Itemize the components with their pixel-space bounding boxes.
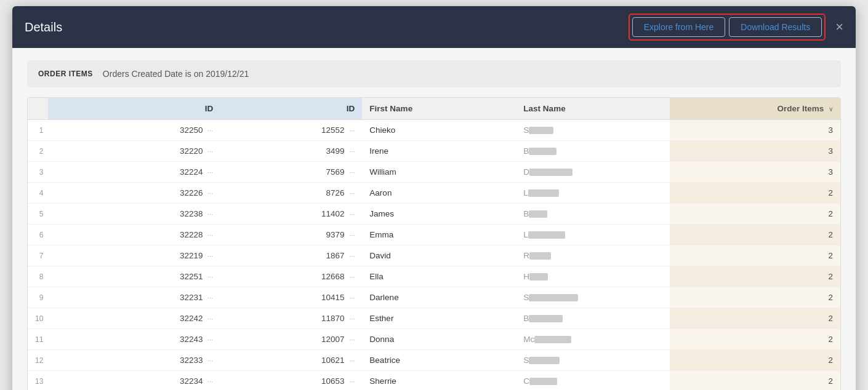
cell-id1: 32226 ··· — [48, 183, 220, 204]
cell-orderitems: 2 — [670, 371, 840, 391]
filter-value: Orders Created Date is on 2019/12/21 — [103, 69, 249, 79]
ellipsis-icon[interactable]: ··· — [349, 210, 355, 218]
cell-firstname: Esther — [362, 308, 516, 329]
blurred-lastname — [529, 127, 553, 134]
cell-firstname: Donna — [362, 329, 516, 350]
table-row: 632228 ···9379 ···EmmaL2 — [28, 225, 840, 245]
ellipsis-icon[interactable]: ··· — [207, 336, 213, 343]
blurred-lastname — [529, 357, 560, 364]
ellipsis-icon[interactable]: ··· — [207, 127, 213, 134]
cell-id2: 12552 ··· — [220, 120, 362, 141]
cell-firstname: Beatrice — [362, 350, 516, 371]
cell-id2: 3499 ··· — [220, 141, 362, 162]
table-row: 1332234 ···10653 ···SherrieC2 — [28, 371, 840, 391]
ellipsis-icon[interactable]: ··· — [207, 169, 213, 176]
ellipsis-icon[interactable]: ··· — [207, 378, 213, 385]
cell-id1: 32220 ··· — [48, 141, 220, 162]
cell-id1: 32238 ··· — [48, 204, 220, 225]
blurred-lastname — [529, 148, 557, 155]
col-header-firstname: First Name — [362, 98, 516, 120]
ellipsis-icon[interactable]: ··· — [207, 315, 213, 322]
cell-id2: 1867 ··· — [220, 245, 362, 266]
table-header-row: ID ID First Name Last Name Order Items ∨ — [28, 98, 840, 120]
cell-firstname: Emma — [362, 225, 516, 245]
ellipsis-icon[interactable]: ··· — [349, 378, 355, 385]
ellipsis-icon[interactable]: ··· — [349, 273, 355, 281]
row-number: 11 — [28, 329, 48, 350]
cell-orderitems: 2 — [670, 287, 840, 308]
row-number: 7 — [28, 245, 48, 266]
close-button[interactable]: × — [835, 20, 843, 34]
ellipsis-icon[interactable]: ··· — [207, 357, 213, 364]
cell-lastname: B — [516, 141, 670, 162]
cell-orderitems: 2 — [670, 329, 840, 350]
ellipsis-icon[interactable]: ··· — [349, 169, 355, 176]
ellipsis-icon[interactable]: ··· — [349, 294, 355, 301]
ellipsis-icon[interactable]: ··· — [349, 315, 355, 322]
table-row: 732219 ···1867 ···DavidR2 — [28, 245, 840, 266]
ellipsis-icon[interactable]: ··· — [349, 252, 355, 260]
cell-lastname: S — [516, 287, 670, 308]
row-number: 1 — [28, 120, 48, 141]
ellipsis-icon[interactable]: ··· — [349, 336, 355, 343]
cell-id2: 10415 ··· — [220, 287, 362, 308]
cell-lastname: L — [516, 225, 670, 245]
blurred-lastname — [529, 169, 573, 176]
ellipsis-icon[interactable]: ··· — [207, 273, 213, 281]
cell-lastname: S — [516, 120, 670, 141]
col-header-orderitems[interactable]: Order Items ∨ — [670, 98, 840, 120]
modal-title: Details — [25, 20, 62, 34]
ellipsis-icon[interactable]: ··· — [349, 127, 355, 134]
cell-firstname: Sherrie — [362, 371, 516, 391]
cell-firstname: William — [362, 162, 516, 183]
cell-orderitems: 2 — [670, 266, 840, 287]
blurred-lastname — [529, 378, 557, 385]
cell-id1: 32228 ··· — [48, 225, 220, 245]
cell-lastname: B — [516, 308, 670, 329]
cell-lastname: D — [516, 162, 670, 183]
cell-id1: 32243 ··· — [48, 329, 220, 350]
table-row: 132250 ···12552 ···ChiekoS3 — [28, 120, 840, 141]
col-header-id2: ID — [220, 98, 362, 120]
ellipsis-icon[interactable]: ··· — [207, 148, 213, 155]
download-results-button[interactable]: Download Results — [729, 17, 822, 37]
details-modal: Details Explore from Here Download Resul… — [12, 6, 856, 390]
cell-lastname: C — [516, 371, 670, 391]
explore-from-here-button[interactable]: Explore from Here — [632, 17, 726, 37]
ellipsis-icon[interactable]: ··· — [207, 210, 213, 218]
cell-firstname: Irene — [362, 141, 516, 162]
cell-orderitems: 2 — [670, 308, 840, 329]
col-header-lastname: Last Name — [516, 98, 670, 120]
blurred-lastname — [529, 210, 547, 218]
cell-id2: 12007 ··· — [220, 329, 362, 350]
cell-id2: 7569 ··· — [220, 162, 362, 183]
ellipsis-icon[interactable]: ··· — [207, 252, 213, 260]
cell-id1: 32231 ··· — [48, 287, 220, 308]
row-number: 13 — [28, 371, 48, 391]
cell-firstname: Aaron — [362, 183, 516, 204]
cell-lastname: L — [516, 183, 670, 204]
filter-label: ORDER ITEMS — [38, 70, 93, 78]
blurred-lastname — [534, 336, 571, 343]
cell-firstname: David — [362, 245, 516, 266]
ellipsis-icon[interactable]: ··· — [349, 148, 355, 155]
ellipsis-icon[interactable]: ··· — [349, 231, 355, 239]
row-number: 2 — [28, 141, 48, 162]
filter-bar: ORDER ITEMS Orders Created Date is on 20… — [27, 60, 841, 87]
cell-firstname: James — [362, 204, 516, 225]
cell-id2: 12668 ··· — [220, 266, 362, 287]
ellipsis-icon[interactable]: ··· — [207, 189, 213, 197]
cell-orderitems: 3 — [670, 141, 840, 162]
table-row: 932231 ···10415 ···DarleneS2 — [28, 287, 840, 308]
cell-lastname: S — [516, 350, 670, 371]
ellipsis-icon[interactable]: ··· — [207, 231, 213, 239]
blurred-lastname — [529, 294, 578, 301]
modal-header: Details Explore from Here Download Resul… — [12, 6, 856, 48]
ellipsis-icon[interactable]: ··· — [349, 357, 355, 364]
table-row: 232220 ···3499 ···IreneB3 — [28, 141, 840, 162]
header-actions: Explore from Here Download Results — [629, 14, 826, 41]
row-number: 10 — [28, 308, 48, 329]
ellipsis-icon[interactable]: ··· — [207, 294, 213, 301]
cell-id1: 32219 ··· — [48, 245, 220, 266]
ellipsis-icon[interactable]: ··· — [349, 189, 355, 197]
